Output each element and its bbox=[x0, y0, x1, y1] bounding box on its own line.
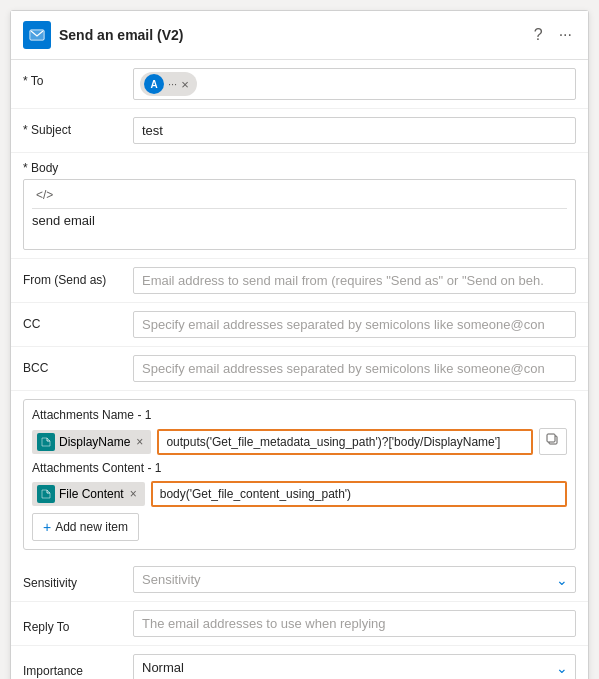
subject-field-wrap bbox=[133, 117, 576, 144]
from-label: From (Send as) bbox=[23, 267, 133, 287]
body-toolbar: </> bbox=[32, 186, 567, 209]
attach-name-badge: DisplayName × bbox=[32, 430, 151, 454]
sensitivity-row: Sensitivity Sensitivity Normal Personal … bbox=[11, 558, 588, 602]
app-icon bbox=[23, 21, 51, 49]
card-header: Send an email (V2) ? ··· bbox=[11, 11, 588, 60]
from-input[interactable] bbox=[133, 267, 576, 294]
attachments-name-label: Attachments Name - 1 bbox=[32, 408, 567, 422]
cc-row: CC bbox=[11, 303, 588, 347]
from-field-wrap bbox=[133, 267, 576, 294]
to-field[interactable]: A ··· × bbox=[133, 68, 576, 100]
attachments-content-label: Attachments Content - 1 bbox=[32, 461, 567, 475]
card-body: * To A ··· × * Subject * Body bbox=[11, 60, 588, 679]
attach-content-badge-text: File Content bbox=[59, 487, 124, 501]
attach-content-close-button[interactable]: × bbox=[130, 487, 137, 501]
bcc-label: BCC bbox=[23, 355, 133, 375]
to-tag-avatar: A bbox=[144, 74, 164, 94]
replyto-field-wrap bbox=[133, 610, 576, 637]
attach-name-badge-text: DisplayName bbox=[59, 435, 130, 449]
attach-name-input-wrap bbox=[157, 429, 533, 455]
to-row: * To A ··· × bbox=[11, 60, 588, 109]
add-item-label: Add new item bbox=[55, 520, 128, 534]
more-button[interactable]: ··· bbox=[555, 24, 576, 46]
help-button[interactable]: ? bbox=[530, 24, 547, 46]
bcc-input[interactable] bbox=[133, 355, 576, 382]
add-item-button[interactable]: + Add new item bbox=[32, 513, 139, 541]
attach-name-badge-icon bbox=[37, 433, 55, 451]
replyto-label: Reply To bbox=[23, 614, 133, 634]
attach-content-input-wrap bbox=[151, 481, 567, 507]
attach-content-badge: File Content × bbox=[32, 482, 145, 506]
card-title: Send an email (V2) bbox=[59, 27, 530, 43]
attach-name-close-button[interactable]: × bbox=[136, 435, 143, 449]
body-content[interactable]: send email bbox=[32, 213, 567, 243]
body-label: * Body bbox=[23, 161, 576, 175]
sensitivity-field-wrap: Sensitivity Normal Personal Private Conf… bbox=[133, 566, 576, 593]
cc-input[interactable] bbox=[133, 311, 576, 338]
to-tag-close-button[interactable]: × bbox=[181, 78, 189, 91]
add-icon: + bbox=[43, 519, 51, 535]
attach-content-badge-icon bbox=[37, 485, 55, 503]
subject-label: * Subject bbox=[23, 117, 133, 137]
subject-input[interactable] bbox=[133, 117, 576, 144]
body-row: * Body </> send email bbox=[11, 153, 588, 259]
body-editor[interactable]: </> send email bbox=[23, 179, 576, 250]
header-actions: ? ··· bbox=[530, 24, 576, 46]
attach-content-input[interactable] bbox=[153, 483, 565, 505]
from-row: From (Send as) bbox=[11, 259, 588, 303]
attachments-name-row: DisplayName × bbox=[32, 428, 567, 455]
sensitivity-select[interactable]: Sensitivity Normal Personal Private Conf… bbox=[133, 566, 576, 593]
email-form-card: Send an email (V2) ? ··· * To A ··· × * bbox=[10, 10, 589, 679]
cc-field-wrap bbox=[133, 311, 576, 338]
svg-rect-3 bbox=[547, 434, 555, 442]
subject-row: * Subject bbox=[11, 109, 588, 153]
replyto-input[interactable] bbox=[133, 610, 576, 637]
attachments-section: Attachments Name - 1 DisplayName × bbox=[23, 399, 576, 550]
attach-name-copy-button[interactable] bbox=[539, 428, 567, 455]
attach-name-input[interactable] bbox=[159, 431, 531, 453]
bcc-row: BCC bbox=[11, 347, 588, 391]
importance-field-wrap: Normal Low High ⌄ bbox=[133, 654, 576, 679]
cc-label: CC bbox=[23, 311, 133, 331]
attachments-content-row: File Content × bbox=[32, 481, 567, 507]
bcc-field-wrap bbox=[133, 355, 576, 382]
to-label: * To bbox=[23, 68, 133, 88]
importance-select[interactable]: Normal Low High bbox=[133, 654, 576, 679]
code-toolbar-button[interactable]: </> bbox=[32, 186, 57, 204]
to-field-wrap: A ··· × bbox=[133, 68, 576, 100]
importance-row: Importance Normal Low High ⌄ bbox=[11, 646, 588, 679]
to-tag: A ··· × bbox=[140, 72, 197, 96]
sensitivity-label: Sensitivity bbox=[23, 570, 133, 590]
importance-label: Importance bbox=[23, 658, 133, 678]
to-tag-dots: ··· bbox=[168, 78, 177, 90]
replyto-row: Reply To bbox=[11, 602, 588, 646]
